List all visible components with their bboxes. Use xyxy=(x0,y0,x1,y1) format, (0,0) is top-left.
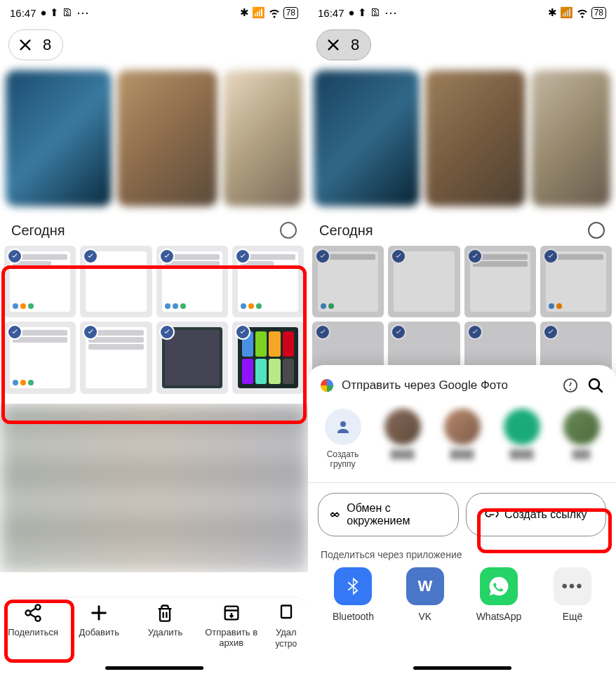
selection-pill: 8 xyxy=(316,29,371,60)
app-label: WhatsApp xyxy=(476,611,522,622)
contact-item[interactable]: ████ xyxy=(438,409,486,470)
select-all-circle[interactable] xyxy=(280,222,297,239)
add-button[interactable]: Добавить xyxy=(70,603,128,637)
share-button[interactable]: Поделиться xyxy=(4,603,62,637)
share-sheet-header: Отправить через Google Фото xyxy=(316,376,608,404)
more-notif-icon: ⋯ xyxy=(76,5,90,20)
plus-icon xyxy=(89,603,109,623)
app-more[interactable]: ••• Ещё xyxy=(554,567,591,622)
archive-icon xyxy=(222,603,241,623)
close-icon[interactable] xyxy=(18,37,33,53)
memory-card[interactable] xyxy=(117,70,217,206)
section-title: Сегодня xyxy=(319,223,373,239)
thumbnail[interactable] xyxy=(156,322,228,393)
vk-app-icon: W xyxy=(417,577,432,595)
thumbnail[interactable] xyxy=(232,322,304,393)
delete-button[interactable]: Удалить xyxy=(136,603,194,637)
memory-card[interactable] xyxy=(223,70,302,206)
notif-icons: ● ⬆ 🖻 xyxy=(349,6,380,19)
selection-pill[interactable]: 8 xyxy=(8,29,63,60)
more-icon: ••• xyxy=(561,576,583,596)
archive-label: Отправить в архив xyxy=(203,627,260,648)
apps-row: Bluetooth W VK WhatsApp ••• Ещё xyxy=(316,567,608,622)
memories-row xyxy=(308,65,616,212)
help-icon[interactable] xyxy=(561,376,580,395)
memory-card xyxy=(314,70,420,206)
archive-button[interactable]: Отправить в архив xyxy=(203,603,260,648)
check-icon xyxy=(159,324,175,340)
home-indicator[interactable] xyxy=(105,666,203,670)
thumbnail[interactable] xyxy=(80,322,152,393)
app-vk[interactable]: W VK xyxy=(406,567,444,622)
check-icon xyxy=(235,324,250,340)
memory-card xyxy=(531,70,610,206)
check-icon xyxy=(7,249,22,264)
share-sheet: Отправить через Google Фото Создать груп… xyxy=(308,365,616,674)
signal-icon: 📶 xyxy=(252,6,265,19)
whatsapp-app-icon xyxy=(488,575,510,597)
thumbnail[interactable] xyxy=(232,246,304,317)
create-link-button[interactable]: Создать ссылку xyxy=(466,493,607,536)
screen-left-selection: 16:47 ● ⬆ 🖻 ⋯ ✱ 📶 78 8 Сегодня xyxy=(0,0,308,674)
trash-label-partial: Удал xyxy=(276,627,297,637)
device-trash-button[interactable]: Удал устро xyxy=(269,603,304,649)
contact-item[interactable]: ████ xyxy=(498,409,545,470)
section-header-today: Сегодня xyxy=(308,212,616,246)
apps-caption: Поделиться через приложение xyxy=(316,536,608,567)
device-icon xyxy=(276,603,296,623)
nearby-label: Обмен с окружением xyxy=(347,502,448,527)
svg-rect-1 xyxy=(281,606,291,619)
search-icon[interactable] xyxy=(587,376,605,395)
bluetooth-icon: ✱ xyxy=(548,6,557,19)
thumbnail-grid xyxy=(0,246,308,394)
divider xyxy=(308,482,616,483)
contact-item[interactable]: ███ xyxy=(558,409,605,470)
status-bar: 16:47 ● ⬆ 🖻 ⋯ ✱ 📶 78 xyxy=(0,0,308,25)
app-label: Bluetooth xyxy=(333,611,374,622)
thumbnail[interactable] xyxy=(4,322,76,393)
app-bluetooth[interactable]: Bluetooth xyxy=(333,567,374,622)
section-header-today: Сегодня xyxy=(0,212,308,246)
more-notif-icon: ⋯ xyxy=(384,5,398,20)
selection-count: 8 xyxy=(351,36,359,54)
create-group[interactable]: Создать группу xyxy=(319,409,366,470)
selection-header: 8 xyxy=(308,25,616,65)
bluetooth-app-icon xyxy=(342,576,363,597)
notif-icons: ● ⬆ 🖻 xyxy=(41,6,72,19)
memory-card[interactable] xyxy=(6,70,112,206)
app-whatsapp[interactable]: WhatsApp xyxy=(476,567,522,622)
contact-item[interactable]: ████ xyxy=(379,409,426,470)
app-label: VK xyxy=(419,611,432,622)
trash-icon xyxy=(155,603,175,623)
select-all-circle xyxy=(588,222,605,239)
memory-card xyxy=(425,70,525,206)
contacts-row[interactable]: Создать группу ████ ████ ████ ███ xyxy=(316,404,608,480)
status-bar: 16:47 ● ⬆ 🖻 ⋯ ✱ 📶 78 xyxy=(308,0,616,25)
app-label: Ещё xyxy=(563,611,583,622)
check-icon xyxy=(235,249,250,264)
thumbnail xyxy=(540,246,612,317)
clock: 16:47 xyxy=(10,7,36,19)
google-photos-icon xyxy=(319,378,335,393)
bluetooth-icon: ✱ xyxy=(240,6,249,19)
wifi-icon xyxy=(576,6,589,19)
thumbnail[interactable] xyxy=(4,246,76,317)
thumbnail[interactable] xyxy=(156,246,228,317)
selection-header: 8 xyxy=(0,25,308,65)
memories-row[interactable] xyxy=(0,65,308,212)
screen-right-share: 16:47 ● ⬆ 🖻 ⋯ ✱ 📶 78 8 Сегодня xyxy=(308,0,616,674)
create-group-label: Создать группу xyxy=(319,449,366,470)
delete-label: Удалить xyxy=(148,627,183,637)
thumbnail[interactable] xyxy=(80,246,152,317)
share-icon xyxy=(23,603,43,623)
wifi-icon xyxy=(268,6,281,19)
home-indicator[interactable] xyxy=(413,666,511,670)
create-link-label: Создать ссылку xyxy=(504,508,587,521)
close-icon xyxy=(326,37,341,53)
share-sheet-title: Отправить через Google Фото xyxy=(342,378,554,392)
share-label: Поделиться xyxy=(8,627,58,637)
trash-sublabel-partial: устро xyxy=(275,639,297,649)
nearby-share-button[interactable]: Обмен с окружением xyxy=(318,493,459,536)
more-photos-blurred[interactable] xyxy=(0,404,308,572)
thumbnail xyxy=(464,246,536,317)
